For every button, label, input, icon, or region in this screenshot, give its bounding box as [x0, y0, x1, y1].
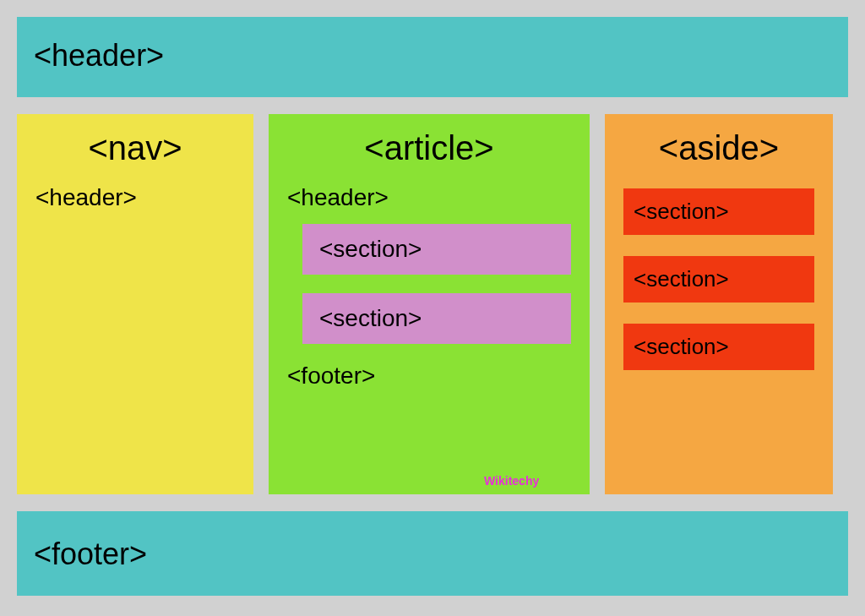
aside-section-3: <section>: [623, 324, 814, 370]
article-section-1: <section>: [302, 224, 571, 275]
watermark: Wikitechy: [484, 474, 539, 488]
article-section-2: <section>: [302, 293, 571, 344]
article-header-label: <header>: [287, 184, 571, 211]
main-content-row: <nav> <header> <article> <header> <secti…: [17, 114, 848, 494]
nav-title: <nav>: [35, 129, 235, 167]
article-footer-label: <footer>: [287, 363, 571, 390]
nav-container: <nav> <header>: [17, 114, 253, 494]
nav-header-label: <header>: [35, 184, 235, 211]
article-container: <article> <header> <section> <section> <…: [269, 114, 590, 494]
aside-container: <aside> <section> <section> <section>: [605, 114, 833, 494]
article-title: <article>: [287, 129, 571, 167]
page-footer: <footer>: [17, 511, 848, 596]
page-header: <header>: [17, 17, 848, 97]
aside-section-2: <section>: [623, 256, 814, 303]
aside-section-1: <section>: [623, 188, 814, 235]
aside-title: <aside>: [623, 129, 814, 167]
footer-label: <footer>: [34, 537, 147, 571]
header-label: <header>: [34, 38, 164, 73]
